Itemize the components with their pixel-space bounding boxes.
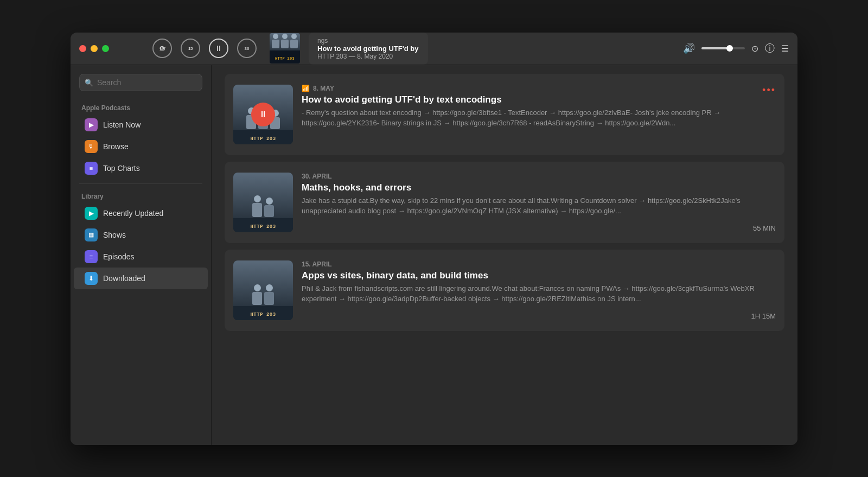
episode-2-desc: Jake has a stupid cat.By the way, skip t… (302, 195, 776, 217)
maximize-button[interactable] (102, 45, 109, 52)
episode-1-thumbnail: HTTP 203 ⏸ (233, 85, 293, 144)
episode-3-thumbnail: HTTP 203 (233, 260, 293, 320)
pause-icon-overlay: ⏸ (259, 110, 267, 119)
episode-1-desc: - Remy's question about text encoding → … (302, 107, 776, 129)
episodes-icon: ≡ (85, 250, 98, 263)
sidebar: 🔍 Apple Podcasts ▶ Listen Now 🎙 Browse (71, 65, 212, 445)
search-container: 🔍 (71, 74, 211, 100)
titlebar-right: 🔊 ⊙ ⓘ ☰ (683, 42, 789, 55)
now-playing-show: ngs (317, 37, 419, 44)
titlebar: ⟳ 15 15 ⏸ 30 (71, 33, 797, 65)
rewind-15-button[interactable]: 15 (181, 39, 200, 58)
sidebar-item-listen-now[interactable]: ▶ Listen Now (74, 114, 208, 136)
now-playing-title: How to avoid getting UTF'd by (317, 44, 419, 53)
pause-icon: ⏸ (215, 44, 222, 53)
browse-label: Browse (103, 142, 129, 151)
episode-3-thumb-label: HTTP 203 (250, 312, 276, 317)
sidebar-item-browse[interactable]: 🎙 Browse (74, 136, 208, 157)
episode-3-info: 15. APRIL Apps vs sites, binary data, an… (302, 260, 776, 320)
search-wrapper: 🔍 (79, 74, 202, 91)
listen-now-icon: ▶ (85, 118, 98, 131)
volume-knob[interactable] (726, 45, 733, 52)
volume-slider[interactable] (701, 47, 745, 49)
sidebar-item-shows[interactable]: ▦ Shows (74, 224, 208, 246)
listen-now-label: Listen Now (103, 120, 141, 129)
shows-icon: ▦ (85, 228, 98, 241)
episode-2-info: 30. APRIL Maths, hooks, and errors Jake … (302, 173, 776, 232)
now-playing-thumb-label: HTTP 203 (275, 56, 295, 61)
traffic-lights (79, 45, 109, 52)
sidebar-item-episodes[interactable]: ≡ Episodes (74, 246, 208, 268)
episode-1-title: How to avoid getting UTF'd by text encod… (302, 94, 776, 105)
apple-podcasts-section-label: Apple Podcasts (71, 100, 211, 114)
app-window: ⟳ 15 15 ⏸ 30 (71, 33, 797, 445)
episode-2-date-label: 30. APRIL (302, 173, 332, 180)
episode-2-duration: 55 MIN (753, 224, 776, 232)
main-content: 🔍 Apple Podcasts ▶ Listen Now 🎙 Browse (71, 65, 797, 445)
play-pause-button[interactable]: ⏸ (209, 39, 228, 58)
shows-label: Shows (103, 231, 126, 239)
browse-icon: 🎙 (85, 140, 98, 153)
episode-1-date-label: 8. MAY (313, 85, 334, 92)
search-input[interactable] (79, 74, 202, 91)
downloaded-icon: ⬇ (85, 272, 98, 285)
library-section-label: Library (71, 188, 211, 202)
episode-2-thumb-label: HTTP 203 (250, 224, 276, 230)
episode-card[interactable]: HTTP 203 ⏸ 📶 8. MAY How to avoid getting… (225, 74, 784, 155)
episode-1-info: 📶 8. MAY How to avoid getting UTF'd by t… (302, 85, 776, 144)
rewind-15-label: 15 (188, 46, 193, 51)
episode-2-date: 30. APRIL (302, 173, 776, 180)
now-playing-meta: HTTP 203 — 8. May 2020 (317, 53, 419, 60)
episodes-panel: HTTP 203 ⏸ 📶 8. MAY How to avoid getting… (212, 65, 797, 445)
episode-card[interactable]: HTTP 203 30. APRIL Maths, hooks, and err… (225, 162, 784, 243)
minimize-button[interactable] (91, 45, 98, 52)
pause-overlay: ⏸ (251, 103, 275, 126)
titlebar-controls: ⟳ 15 15 ⏸ 30 (120, 33, 789, 65)
top-charts-icon: ≡ (85, 162, 98, 175)
info-icon[interactable]: ⓘ (765, 42, 775, 55)
episode-card[interactable]: HTTP 203 15. APRIL Apps vs sites, binary… (225, 250, 784, 331)
recently-updated-icon: ▶ (85, 207, 98, 220)
sidebar-item-downloaded[interactable]: ⬇ Downloaded (74, 268, 208, 289)
recently-updated-label: Recently Updated (103, 209, 163, 218)
forward-30-label: 30 (245, 46, 250, 51)
episode-1-date: 📶 8. MAY (302, 85, 776, 92)
volume-icon: 🔊 (683, 42, 695, 54)
episode-1-thumb-label: HTTP 203 (250, 136, 276, 142)
sidebar-divider (79, 183, 202, 184)
signal-icon: 📶 (302, 85, 310, 92)
rewind-button[interactable]: ⟳ 15 (152, 39, 172, 58)
episode-3-date: 15. APRIL (302, 260, 776, 268)
episode-3-date-label: 15. APRIL (302, 260, 332, 268)
now-playing-thumbnail: HTTP 203 (270, 33, 300, 63)
top-charts-label: Top Charts (103, 164, 140, 173)
episode-3-duration: 1H 15M (751, 312, 776, 320)
rewind-label: 15 (159, 46, 165, 52)
sidebar-item-recently-updated[interactable]: ▶ Recently Updated (74, 202, 208, 224)
close-button[interactable] (79, 45, 86, 52)
episode-2-title: Maths, hooks, and errors (302, 182, 776, 193)
episode-3-title: Apps vs sites, binary data, and build ti… (302, 270, 776, 281)
downloaded-label: Downloaded (103, 274, 145, 283)
sidebar-item-top-charts[interactable]: ≡ Top Charts (74, 157, 208, 179)
episode-3-desc: Phil & Jack from fishandscripts.com are … (302, 283, 776, 304)
queue-icon[interactable]: ☰ (781, 43, 789, 54)
airplay-icon[interactable]: ⊙ (751, 43, 758, 54)
episode-2-thumbnail: HTTP 203 (233, 173, 293, 232)
now-playing-info: ngs How to avoid getting UTF'd by HTTP 2… (309, 33, 428, 65)
episode-1-more-button[interactable]: ••• (762, 85, 776, 96)
forward-30-button[interactable]: 30 (237, 39, 257, 58)
episodes-label: Episodes (103, 252, 135, 261)
